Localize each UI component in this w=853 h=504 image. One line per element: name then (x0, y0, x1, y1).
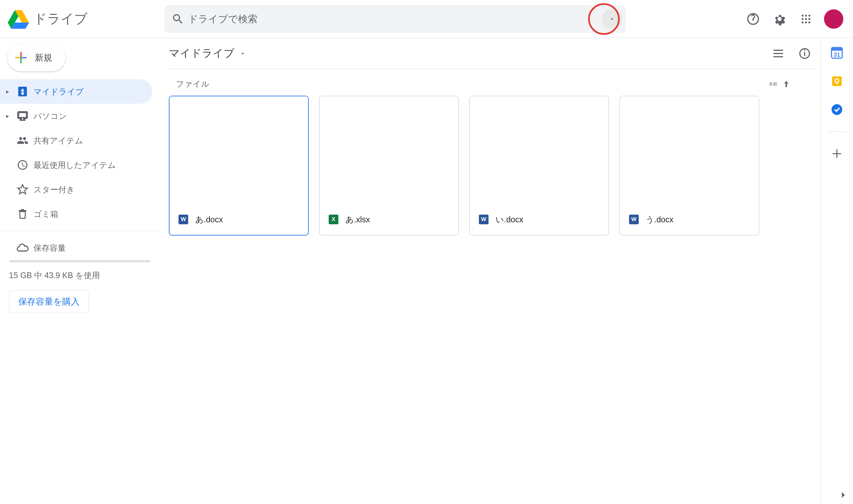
file-preview (470, 96, 609, 204)
file-name: あ.docx (195, 214, 223, 225)
svg-point-7 (805, 18, 807, 20)
expand-icon[interactable]: ▸ (3, 88, 12, 95)
sidebar-item-shared[interactable]: 共有アイテム (0, 128, 152, 153)
breadcrumb[interactable]: マイドライブ (166, 46, 246, 60)
section-label: ファイル (176, 79, 210, 89)
view-details-button[interactable] (793, 42, 816, 65)
tasks-app-button[interactable] (831, 103, 843, 116)
chevron-right-icon (837, 489, 849, 501)
caret-down-icon (239, 50, 246, 57)
svg-rect-20 (836, 82, 838, 84)
svg-point-10 (805, 21, 807, 23)
sidepanel-collapse-button[interactable] (837, 489, 849, 501)
side-panel: 31 (821, 38, 853, 504)
info-icon (798, 47, 811, 60)
sidebar-item-computers[interactable]: ▸ パソコン (0, 104, 152, 128)
sidebar-item-recent[interactable]: 最近使用したアイテム (0, 153, 152, 177)
account-avatar[interactable] (824, 10, 843, 29)
sidebar-item-storage[interactable]: 保存容量 (0, 236, 152, 260)
calendar-app-button[interactable]: 31 (831, 47, 843, 59)
svg-point-21 (831, 104, 842, 115)
view-list-button[interactable] (767, 42, 790, 65)
arrow-up-icon (782, 79, 791, 89)
main-content: マイドライブ ファイル 名前 W あ.d (159, 38, 821, 504)
search-options-button[interactable] (602, 9, 622, 29)
svg-rect-14 (16, 57, 20, 58)
word-file-icon: W (179, 215, 188, 224)
buy-storage-button[interactable]: 保存容量を購入 (9, 290, 89, 313)
file-card[interactable]: W い.docx (469, 96, 609, 236)
logo-area: ドライブ (8, 8, 159, 30)
svg-point-3 (802, 15, 804, 16)
file-card[interactable]: W あ.docx (169, 96, 309, 236)
tasks-icon (831, 103, 843, 116)
shared-icon (14, 135, 31, 146)
file-preview (320, 96, 458, 204)
file-card[interactable]: W う.docx (619, 96, 759, 236)
svg-point-8 (809, 18, 811, 20)
trash-icon (14, 208, 31, 220)
sidebar-item-label: 最近使用したアイテム (34, 160, 116, 170)
sidebar-item-mydrive[interactable]: ▸ マイドライブ (0, 79, 152, 104)
sidebar-item-label: ゴミ箱 (34, 209, 58, 219)
plus-icon (831, 148, 843, 160)
file-preview (169, 96, 308, 204)
svg-point-6 (802, 18, 804, 20)
svg-text:31: 31 (834, 51, 840, 58)
sidebar-item-label: スター付き (34, 184, 75, 195)
search-input[interactable] (184, 14, 602, 24)
computers-icon (14, 110, 31, 122)
help-icon (746, 12, 760, 26)
apps-grid-icon (800, 13, 812, 25)
mydrive-icon (14, 86, 31, 97)
search-bar[interactable] (164, 5, 626, 33)
search-icon (171, 13, 184, 25)
svg-point-5 (809, 15, 811, 16)
file-name: う.docx (646, 214, 673, 225)
caret-down-icon (609, 16, 616, 22)
cloud-icon (14, 241, 31, 254)
app-name: ドライブ (34, 10, 88, 28)
sidebar: 新規 ▸ マイドライブ ▸ パソコン 共有アイテム (0, 38, 159, 504)
file-card[interactable]: X あ.xlsx (319, 96, 459, 236)
apps-button[interactable] (794, 7, 818, 31)
svg-point-4 (805, 15, 807, 16)
list-view-icon (772, 47, 785, 60)
keep-app-button[interactable] (831, 75, 843, 88)
expand-icon[interactable]: ▸ (3, 112, 12, 120)
svg-rect-13 (22, 57, 26, 58)
new-button-label: 新規 (35, 52, 52, 64)
excel-file-icon: X (329, 215, 338, 224)
recent-icon (14, 159, 31, 171)
svg-rect-16 (831, 47, 842, 51)
svg-point-9 (802, 21, 804, 23)
file-preview (620, 96, 759, 204)
new-button[interactable]: 新規 (7, 44, 66, 72)
calendar-icon: 31 (831, 47, 843, 59)
keep-icon (831, 75, 843, 88)
get-addons-button[interactable] (831, 147, 843, 160)
word-file-icon: W (479, 215, 489, 224)
sidebar-item-label: 共有アイテム (34, 136, 83, 146)
word-file-icon: W (629, 215, 639, 224)
storage-bar (9, 260, 150, 262)
drive-logo-icon (8, 8, 29, 30)
svg-rect-12 (20, 52, 22, 57)
file-name: あ.xlsx (345, 214, 370, 225)
file-name: い.docx (496, 214, 523, 225)
sort-button[interactable]: 名前 (769, 79, 791, 89)
sidebar-item-trash[interactable]: ゴミ箱 (0, 202, 152, 226)
support-button[interactable] (741, 7, 765, 31)
sidebar-item-label: 保存容量 (34, 242, 66, 253)
settings-button[interactable] (767, 7, 792, 31)
plus-icon (14, 50, 29, 65)
sidebar-item-label: パソコン (34, 111, 67, 122)
storage-info: 15 GB 中 43.9 KB を使用 保存容量を購入 (0, 260, 159, 313)
star-icon (14, 184, 31, 195)
header: ドライブ (0, 0, 853, 38)
sort-label: 名前 (769, 81, 777, 87)
svg-point-11 (809, 21, 811, 23)
section-header: ファイル 名前 (166, 69, 816, 96)
file-grid: W あ.docx X あ.xlsx W い.docx (166, 96, 816, 236)
sidebar-item-starred[interactable]: スター付き (0, 177, 152, 202)
